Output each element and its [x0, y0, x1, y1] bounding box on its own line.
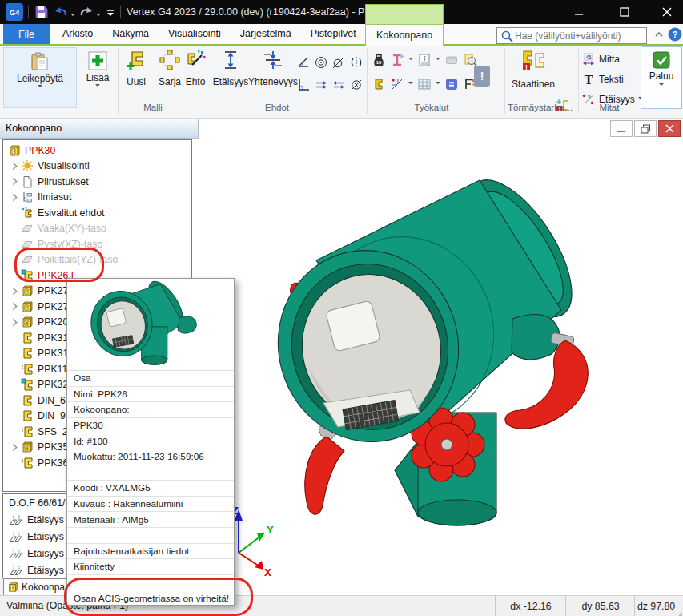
profile-icon[interactable] — [390, 53, 404, 67]
distance-constraint-icon — [9, 530, 23, 543]
help-icon[interactable]: ? — [668, 27, 682, 42]
tree-item-pysty-xz-taso[interactable]: Pysty(XZ)-taso — [3, 236, 191, 252]
undo-icon[interactable] — [53, 3, 69, 21]
perpendicular-icon[interactable] — [296, 78, 311, 92]
symmetry-icon[interactable] — [349, 55, 364, 70]
chevron-expand-icon[interactable] — [8, 177, 21, 186]
return-button[interactable]: Paluu — [641, 46, 682, 109]
clipboard-button[interactable]: Leikepöytä — [3, 47, 77, 108]
add-button[interactable]: Lisää — [80, 47, 115, 111]
search-input[interactable] — [513, 30, 643, 42]
alert-icon[interactable]: ! — [474, 66, 490, 87]
variants-icon — [21, 191, 34, 203]
chevron-expand-icon[interactable] — [8, 443, 21, 452]
assembly-icon — [21, 441, 34, 453]
plane-icon — [21, 238, 34, 251]
tab-pistepilvet[interactable]: Pistepilvet — [301, 24, 366, 44]
status-dx: dx -12.16 — [495, 596, 566, 616]
parallel-icon[interactable] — [314, 78, 328, 92]
bracket-icon[interactable] — [372, 77, 386, 91]
svg-text:G4: G4 — [10, 8, 20, 17]
concentric-icon[interactable] — [314, 55, 328, 70]
titlebar-separator — [28, 6, 29, 18]
tab-file[interactable]: File — [3, 24, 50, 44]
info-dropdown-icon[interactable] — [436, 58, 440, 62]
collapse-icon[interactable] — [444, 53, 459, 67]
dimension-icon[interactable] — [390, 77, 404, 91]
table-dropdown-icon[interactable] — [436, 82, 440, 87]
tab-arkisto[interactable]: Arkisto — [53, 24, 102, 44]
ribbon-button-uusi[interactable]: Uusi — [120, 50, 152, 87]
tree-item-ilmiasut[interactable]: Ilmiasut — [3, 190, 191, 206]
dimension-dropdown-icon[interactable] — [408, 82, 413, 87]
collapse-ribbon-icon[interactable] — [653, 29, 665, 40]
profile-dropdown-icon[interactable] — [408, 58, 413, 62]
chevron-expand-icon[interactable] — [8, 287, 21, 296]
ribbon-button-et-isyys[interactable]: Etäisyys — [210, 50, 251, 87]
anti-tangent-icon[interactable] — [349, 78, 364, 92]
customize-toolbar-icon[interactable] — [105, 3, 116, 21]
redo-dropdown-icon[interactable] — [96, 7, 101, 25]
redo-icon[interactable] — [78, 3, 94, 21]
condition-icon-grid — [295, 51, 365, 96]
preset-icon — [21, 207, 34, 219]
group-label-ehdot: Ehdot — [189, 103, 365, 112]
titlebar-separator — [120, 6, 121, 18]
part2-icon — [21, 425, 34, 438]
tree-item-esivalitut-ehdot[interactable]: Esivalitut ehdot — [3, 205, 191, 221]
measure-45-icon: 45 — [581, 52, 596, 66]
tangent-icon[interactable] — [331, 55, 346, 70]
angle-icon[interactable] — [296, 55, 311, 70]
viewport-3d[interactable]: Z Y X — [199, 139, 683, 595]
plane-icon — [21, 222, 34, 235]
close-button[interactable] — [649, 0, 683, 24]
tab-n-kym[interactable]: Näkymä — [102, 24, 159, 44]
model-3d-valve[interactable] — [240, 172, 649, 551]
tooltip-row: Osan ACIS-geometriassa on virheitä! — [67, 590, 234, 606]
group-label-malli: Malli — [120, 103, 186, 112]
doc-minimize-button[interactable] — [610, 120, 633, 137]
distance-constraint-icon — [9, 547, 23, 560]
distance-vertical-icon — [220, 50, 241, 70]
chevron-expand-icon[interactable] — [8, 318, 21, 327]
chevron-expand-icon[interactable] — [8, 193, 21, 202]
search-box[interactable] — [496, 27, 647, 44]
ribbon-button-ehto[interactable]: Ehto — [178, 50, 213, 87]
group-label-tyokalut: Työkalut — [368, 103, 495, 112]
active-tab-highlight — [365, 4, 444, 25]
chevron-expand-icon[interactable] — [8, 302, 21, 311]
tree-item-vaaka-xy-taso[interactable]: Vaaka(XY)-taso — [3, 221, 191, 237]
tree-item-piirustukset[interactable]: Piirustukset — [3, 174, 191, 190]
tab-kokoonpano[interactable]: Kokoonpano — [365, 24, 444, 46]
minimize-button[interactable] — [560, 0, 597, 24]
maximize-button[interactable] — [606, 0, 643, 24]
part2-icon — [21, 457, 34, 469]
distance-constraint-icon — [9, 564, 23, 577]
tree-item-ppk30[interactable]: PPK30 — [3, 143, 191, 159]
resize-grip[interactable] — [677, 609, 683, 616]
info-icon[interactable]: i — [417, 53, 432, 67]
tab-j-rjestelm[interactable]: Järjestelmä — [231, 24, 301, 44]
chevron-expand-icon[interactable] — [8, 162, 21, 171]
table-icon[interactable] — [417, 77, 432, 91]
equal-distance-icon[interactable] — [331, 78, 346, 92]
save-icon[interactable] — [34, 3, 50, 21]
tooltip-row: Osa — [67, 371, 234, 387]
ribbon-button-mitta[interactable]: 45 Mitta — [581, 50, 620, 68]
tree-item-poikittais-yz-taso[interactable]: Poikittais(YZ)-taso — [3, 252, 191, 268]
part-icon — [21, 347, 34, 360]
undo-dropdown-icon[interactable] — [70, 7, 75, 25]
weight-icon[interactable]: 10 — [372, 53, 386, 67]
tree-item-visualisointi[interactable]: Visualisointi — [3, 159, 191, 175]
part-icon — [21, 394, 34, 407]
equals-icon[interactable] — [444, 77, 459, 91]
assembly-icon — [21, 316, 34, 328]
ribbon-button-teksti[interactable]: T Teksti — [581, 70, 624, 88]
ribbon-button-yhtenevyys[interactable]: Yhtenevyys — [248, 50, 298, 87]
part2-icon — [21, 363, 34, 376]
doc-restore-button[interactable] — [634, 120, 657, 137]
static-collision-button[interactable]: ! Staattinen — [511, 49, 556, 90]
window-title: Vertex G4 2023 / 29.0.00 (dev) (r190424-… — [127, 0, 390, 24]
doc-close-button[interactable] — [658, 120, 681, 137]
tab-visualisointi[interactable]: Visualisointi — [159, 24, 231, 44]
